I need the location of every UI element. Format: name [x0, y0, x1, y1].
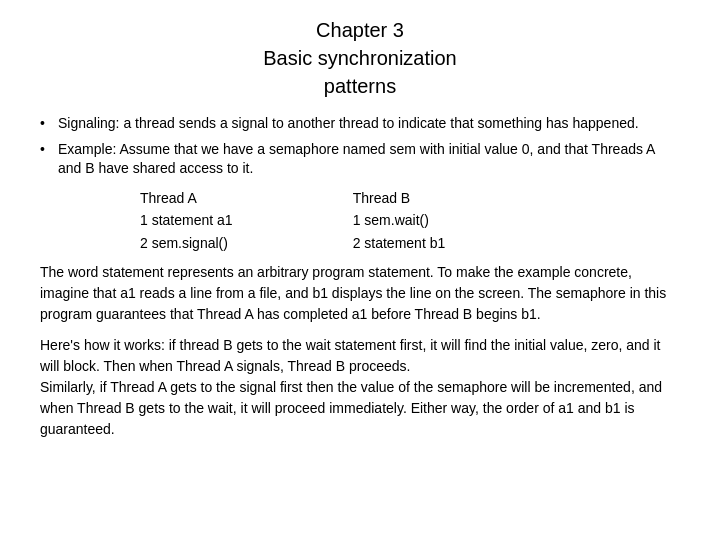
thread-a-line1: 1 statement a1: [140, 209, 233, 231]
bullet-text-1: Signaling: a thread sends a signal to an…: [58, 114, 680, 134]
title-block: Chapter 3 Basic synchronization patterns: [40, 16, 680, 100]
thread-a-line2: 2 sem.signal(): [140, 232, 233, 254]
title-line3: patterns: [324, 75, 396, 97]
bullet-dot-2: •: [40, 140, 58, 160]
thread-col-b: Thread B 1 sem.wait() 2 statement b1: [353, 187, 446, 254]
page-title: Chapter 3 Basic synchronization patterns: [40, 16, 680, 100]
paragraph-1: The word statement represents an arbitra…: [40, 262, 680, 325]
thread-b-line1: 1 sem.wait(): [353, 209, 446, 231]
title-line2: Basic synchronization: [263, 47, 456, 69]
title-line1: Chapter 3: [316, 19, 404, 41]
thread-b-line2: 2 statement b1: [353, 232, 446, 254]
thread-col-a: Thread A 1 statement a1 2 sem.signal(): [140, 187, 233, 254]
bullet-text-2: Example: Assume that we have a semaphore…: [58, 140, 680, 179]
threads-table: Thread A 1 statement a1 2 sem.signal() T…: [140, 187, 680, 254]
bullet-section: • Signaling: a thread sends a signal to …: [40, 114, 680, 179]
thread-a-header: Thread A: [140, 187, 233, 209]
bullet-item-1: • Signaling: a thread sends a signal to …: [40, 114, 680, 134]
paragraph-2: Here's how it works: if thread B gets to…: [40, 335, 680, 440]
bullet-item-2: • Example: Assume that we have a semapho…: [40, 140, 680, 179]
page: Chapter 3 Basic synchronization patterns…: [0, 0, 720, 540]
bullet-dot-1: •: [40, 114, 58, 134]
thread-b-header: Thread B: [353, 187, 446, 209]
